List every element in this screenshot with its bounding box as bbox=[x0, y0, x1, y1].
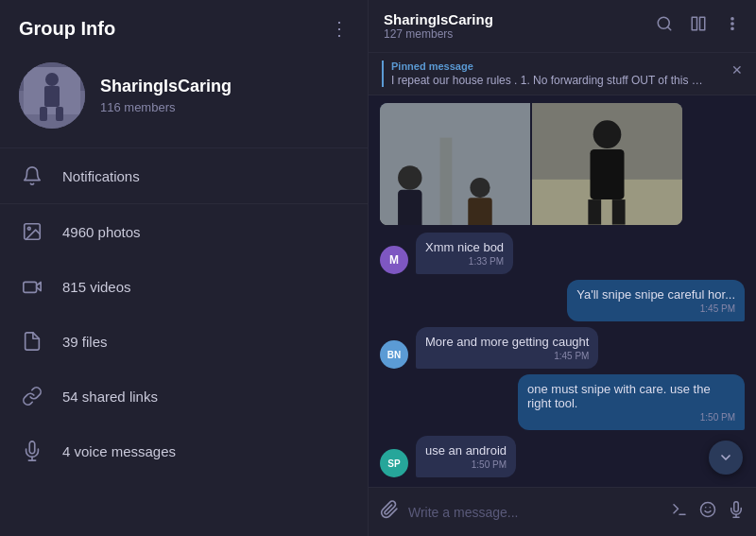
scroll-to-bottom-button[interactable] bbox=[709, 441, 743, 475]
svg-rect-6 bbox=[56, 107, 63, 121]
svg-rect-14 bbox=[692, 17, 696, 30]
bubble-time: 1:45 PM bbox=[425, 351, 589, 361]
videos-label: 815 videos bbox=[62, 279, 131, 295]
voice-label: 4 voice messages bbox=[62, 443, 176, 459]
files-icon bbox=[19, 328, 45, 354]
own-bubble: Ya'll snipe snipe careful hor... 1:45 PM bbox=[567, 280, 745, 321]
bubble-text: use an android bbox=[425, 443, 507, 458]
group-info-header: Group Info ⋮ bbox=[0, 0, 368, 53]
bubble-time: 1:50 PM bbox=[425, 459, 507, 470]
chat-input-area bbox=[369, 487, 756, 536]
input-icons bbox=[671, 501, 745, 523]
bubble-text: one must snipe with care. use the right … bbox=[527, 382, 735, 410]
svg-rect-9 bbox=[24, 282, 37, 292]
svg-rect-34 bbox=[590, 149, 624, 199]
voice-icon bbox=[19, 438, 45, 464]
links-icon bbox=[19, 383, 45, 409]
avatar-label: M bbox=[389, 253, 399, 267]
own-bubble-2: one must snipe with care. use the right … bbox=[518, 374, 745, 430]
svg-point-3 bbox=[45, 73, 59, 86]
chat-title: SharingIsCaring bbox=[384, 11, 493, 27]
avatar-m: M bbox=[380, 246, 408, 274]
bubble-text: More and more getting caught bbox=[425, 335, 589, 349]
bubble-text: Ya'll snipe snipe careful hor... bbox=[576, 287, 735, 302]
left-panel: Group Info ⋮ SharingIsCaring bbox=[0, 0, 369, 536]
svg-line-13 bbox=[667, 26, 670, 29]
bubble-time: 1:50 PM bbox=[527, 412, 735, 423]
links-label: 54 shared links bbox=[62, 389, 158, 405]
voice-item[interactable]: 4 voice messages bbox=[0, 424, 368, 478]
message-row-own-2: one must snipe with care. use the right … bbox=[380, 374, 745, 430]
group-avatar bbox=[19, 62, 85, 129]
files-label: 39 files bbox=[62, 334, 108, 350]
message-input[interactable] bbox=[408, 505, 662, 520]
message-row: M Xmm nice bod 1:33 PM bbox=[380, 233, 745, 274]
photo-2 bbox=[532, 103, 682, 225]
svg-point-44 bbox=[701, 503, 715, 517]
message-bubble: Xmm nice bod 1:33 PM bbox=[416, 233, 513, 274]
chat-header-icons bbox=[656, 15, 741, 37]
search-icon[interactable] bbox=[656, 15, 673, 37]
avatar-label: SP bbox=[387, 458, 400, 469]
pinned-content: Pinned message I repeat our house rules … bbox=[382, 61, 703, 87]
pinned-message-bar[interactable]: Pinned message I repeat our house rules … bbox=[369, 53, 756, 95]
bubble-time: 1:45 PM bbox=[576, 303, 735, 314]
group-info-text: SharingIsCaring 116 members bbox=[100, 77, 232, 114]
svg-rect-27 bbox=[468, 198, 491, 225]
svg-point-17 bbox=[731, 23, 733, 25]
svg-point-22 bbox=[398, 165, 421, 189]
emoji-icon[interactable] bbox=[699, 501, 716, 523]
chat-header: SharingIsCaring 127 members bbox=[369, 0, 756, 53]
group-members: 116 members bbox=[100, 100, 232, 114]
svg-rect-36 bbox=[612, 199, 626, 225]
bubble-text: Xmm nice bod bbox=[425, 240, 504, 254]
photo-1 bbox=[380, 103, 530, 225]
svg-rect-5 bbox=[40, 107, 47, 121]
close-pinned-icon[interactable]: ✕ bbox=[731, 62, 743, 78]
svg-rect-23 bbox=[398, 190, 421, 225]
svg-rect-15 bbox=[700, 17, 705, 30]
chat-subtitle: 127 members bbox=[384, 27, 493, 41]
group-name: SharingIsCaring bbox=[100, 77, 232, 96]
message-row-sp: SP use an android 1:50 PM bbox=[380, 436, 745, 477]
right-panel: SharingIsCaring 127 members P bbox=[369, 0, 756, 536]
avatar-label: BN bbox=[387, 350, 401, 360]
svg-point-33 bbox=[593, 120, 622, 148]
links-item[interactable]: 54 shared links bbox=[0, 369, 368, 424]
svg-rect-4 bbox=[44, 86, 60, 107]
pinned-label: Pinned message bbox=[391, 61, 703, 72]
svg-point-18 bbox=[731, 27, 733, 29]
svg-point-26 bbox=[470, 178, 490, 198]
group-profile-section: SharingIsCaring 116 members bbox=[0, 53, 368, 147]
svg-point-16 bbox=[731, 18, 733, 20]
attachment-icon[interactable] bbox=[380, 500, 399, 524]
notifications-label: Notifications bbox=[62, 168, 140, 184]
avatar-sp: SP bbox=[380, 449, 408, 477]
notifications-item[interactable]: Notifications bbox=[0, 148, 368, 204]
messages-area[interactable]: M Xmm nice bod 1:33 PM Ya'll snipe snipe… bbox=[369, 95, 756, 487]
photo-grid bbox=[380, 103, 682, 225]
videos-item[interactable]: 815 videos bbox=[0, 259, 368, 314]
svg-rect-21 bbox=[440, 138, 453, 225]
notification-icon bbox=[19, 163, 45, 189]
files-item[interactable]: 39 files bbox=[0, 314, 368, 369]
microphone-icon[interactable] bbox=[728, 501, 745, 523]
message-row-bn: BN More and more getting caught 1:45 PM bbox=[380, 327, 745, 369]
avatar-bn: BN bbox=[380, 340, 408, 369]
photos-item[interactable]: 4960 photos bbox=[0, 204, 368, 259]
bubble-time: 1:33 PM bbox=[425, 256, 504, 267]
photos-label: 4960 photos bbox=[62, 224, 141, 240]
more-options-icon[interactable] bbox=[724, 15, 741, 37]
svg-rect-35 bbox=[588, 199, 601, 225]
chat-header-info: SharingIsCaring 127 members bbox=[384, 11, 493, 41]
commands-icon[interactable] bbox=[671, 501, 688, 523]
message-row-own: Ya'll snipe snipe careful hor... 1:45 PM bbox=[380, 280, 745, 321]
message-bubble: More and more getting caught 1:45 PM bbox=[416, 327, 598, 369]
videos-icon bbox=[19, 273, 45, 300]
svg-point-8 bbox=[27, 227, 30, 230]
message-bubble-sp: use an android 1:50 PM bbox=[416, 436, 516, 477]
pinned-text: I repeat our house rules . 1. No forward… bbox=[391, 74, 703, 87]
group-info-title: Group Info bbox=[19, 18, 115, 40]
more-options-icon[interactable]: ⋮ bbox=[330, 17, 349, 40]
columns-icon[interactable] bbox=[690, 15, 707, 37]
